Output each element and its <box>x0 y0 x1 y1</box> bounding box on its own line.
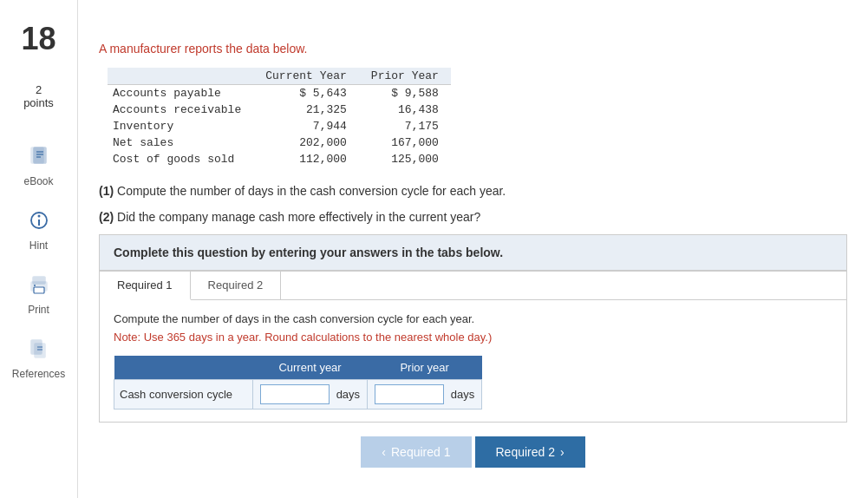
next-label: Required 2 <box>496 445 556 459</box>
print-label: Print <box>28 304 49 316</box>
col-header-prior: Prior Year <box>359 68 451 85</box>
hint-icon <box>23 205 55 236</box>
table-row: Cost of goods sold 112,000 125,000 <box>108 151 451 167</box>
sidebar: 18 2 points eBook <box>0 0 78 498</box>
row-current: 7,944 <box>253 118 359 134</box>
row-current: 202,000 <box>253 134 359 151</box>
tabs-header: Required 1 Required 2 <box>100 272 846 300</box>
next-button[interactable]: Required 2 › <box>475 436 585 468</box>
row-label: Cost of goods sold <box>108 151 253 167</box>
book-icon <box>23 141 55 172</box>
nav-buttons: ‹ Required 1 Required 2 › <box>99 436 847 468</box>
row-prior: 16,438 <box>359 102 451 118</box>
svg-rect-1 <box>34 147 46 163</box>
svg-rect-10 <box>34 287 44 293</box>
row-current: $ 5,643 <box>253 85 359 102</box>
instructions-text: Complete this question by entering your … <box>114 246 503 259</box>
answer-row: Cash conversion cycle days days <box>114 379 482 409</box>
col-header-current: Current Year <box>253 68 359 85</box>
current-year-input[interactable] <box>260 384 330 404</box>
tab-required2[interactable]: Required 2 <box>191 272 282 299</box>
ebook-label: eBook <box>23 175 53 187</box>
points-display: 2 points <box>23 83 54 109</box>
answer-cell-prior: days <box>368 379 482 409</box>
answer-col-label <box>114 356 253 380</box>
tabs-container: Required 1 Required 2 Compute the number… <box>99 271 847 423</box>
sidebar-item-references[interactable]: References <box>12 333 65 380</box>
main-content: A manufacturer reports the data below. C… <box>78 0 868 498</box>
row-prior: 7,175 <box>359 118 451 134</box>
table-row: Net sales 202,000 167,000 <box>108 134 451 151</box>
references-icon <box>23 333 55 364</box>
row-label: Accounts payable <box>108 85 253 102</box>
hint-label: Hint <box>29 239 48 252</box>
answer-row-label: Cash conversion cycle <box>114 379 253 409</box>
sidebar-item-hint[interactable]: Hint <box>23 205 55 252</box>
row-label: Net sales <box>108 134 253 151</box>
tab-content-required1: Compute the number of days in the cash c… <box>100 300 846 422</box>
question-item-2: (2) Did the company manage cash more eff… <box>99 207 847 226</box>
sidebar-item-print[interactable]: Print <box>23 269 55 316</box>
prev-button[interactable]: ‹ Required 1 <box>361 436 471 468</box>
tab-note: Note: Use 365 days in a year. Round calc… <box>114 331 832 344</box>
svg-point-11 <box>34 285 36 286</box>
question-number: 18 <box>21 21 55 57</box>
prior-days-label: days <box>451 388 474 401</box>
prev-label: Required 1 <box>391 445 451 459</box>
tab-description: Compute the number of days in the cash c… <box>114 312 832 325</box>
current-days-label: days <box>336 388 360 401</box>
points-label: points <box>23 96 54 109</box>
answer-table: Current year Prior year Cash conversion … <box>114 356 482 410</box>
print-icon <box>23 269 55 300</box>
answer-col-current: Current year <box>253 356 368 380</box>
row-prior: 125,000 <box>359 151 451 167</box>
prev-arrow: ‹ <box>382 445 386 459</box>
references-label: References <box>12 368 65 380</box>
question-item-1: (1) Compute the number of days in the ca… <box>99 181 847 200</box>
row-current: 21,325 <box>253 102 359 118</box>
row-prior: 167,000 <box>359 134 451 151</box>
prior-year-input[interactable] <box>375 384 444 404</box>
points-value: 2 <box>36 83 42 96</box>
svg-point-6 <box>37 215 40 218</box>
table-row: Accounts payable $ 5,643 $ 9,588 <box>108 85 451 102</box>
tab-required1[interactable]: Required 1 <box>100 272 191 300</box>
row-current: 112,000 <box>253 151 359 167</box>
next-arrow: › <box>560 445 565 459</box>
sidebar-item-ebook[interactable]: eBook <box>23 141 55 187</box>
table-row: Accounts receivable 21,325 16,438 <box>108 102 451 118</box>
instructions-box: Complete this question by entering your … <box>99 234 847 271</box>
answer-cell-current: days <box>253 379 368 409</box>
data-table: Current Year Prior Year Accounts payable… <box>108 68 451 167</box>
row-label: Inventory <box>108 118 253 134</box>
row-prior: $ 9,588 <box>359 85 451 102</box>
table-row: Inventory 7,944 7,175 <box>108 118 451 134</box>
row-label: Accounts receivable <box>108 102 253 118</box>
svg-rect-13 <box>35 344 45 357</box>
answer-col-prior: Prior year <box>368 356 482 380</box>
question-title: A manufacturer reports the data below. <box>99 42 847 56</box>
